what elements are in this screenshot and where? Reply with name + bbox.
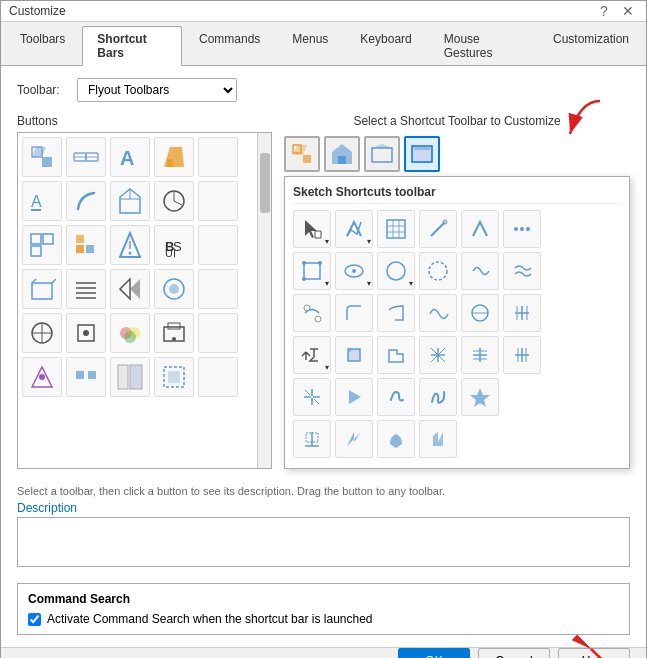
sketch-btn[interactable] bbox=[503, 252, 541, 290]
sketch-btn[interactable] bbox=[335, 336, 373, 374]
sketch-btn[interactable] bbox=[419, 294, 457, 332]
tab-bar: Toolbars Shortcut Bars Commands Menus Ke… bbox=[1, 22, 646, 66]
shortcut-icon-4[interactable] bbox=[404, 136, 440, 172]
svg-line-32 bbox=[52, 279, 56, 283]
svg-rect-17 bbox=[31, 234, 41, 244]
sketch-popup: Sketch Shortcuts toolbar ▾ ▾ bbox=[284, 176, 630, 469]
tab-shortcut-bars[interactable]: Shortcut Bars bbox=[82, 26, 182, 66]
desc-box bbox=[17, 517, 630, 567]
sketch-btn[interactable] bbox=[419, 252, 457, 290]
sketch-btn[interactable] bbox=[335, 294, 373, 332]
sketch-btn[interactable] bbox=[377, 294, 415, 332]
svg-point-91 bbox=[315, 316, 321, 322]
sketch-btn[interactable] bbox=[419, 336, 457, 374]
sketch-btn[interactable] bbox=[461, 210, 499, 248]
list-item[interactable] bbox=[22, 225, 62, 265]
list-item[interactable]: BSUI bbox=[154, 225, 194, 265]
list-item[interactable] bbox=[110, 313, 150, 353]
sketch-btn[interactable] bbox=[335, 420, 373, 458]
list-item[interactable] bbox=[66, 225, 106, 265]
svg-rect-64 bbox=[338, 156, 346, 164]
sketch-btn[interactable] bbox=[503, 336, 541, 374]
sketch-btn[interactable] bbox=[335, 378, 373, 416]
svg-rect-59 bbox=[168, 371, 180, 383]
sketch-btn[interactable]: ▾ bbox=[335, 252, 373, 290]
list-item[interactable] bbox=[66, 181, 106, 221]
scrollbar[interactable] bbox=[257, 133, 271, 468]
list-item[interactable] bbox=[198, 313, 238, 353]
list-item[interactable] bbox=[198, 137, 238, 177]
sketch-btn[interactable] bbox=[461, 378, 499, 416]
list-item[interactable] bbox=[198, 357, 238, 397]
tab-menus[interactable]: Menus bbox=[277, 26, 343, 65]
list-item[interactable]: A bbox=[110, 137, 150, 177]
tab-keyboard[interactable]: Keyboard bbox=[345, 26, 426, 65]
list-item[interactable] bbox=[22, 137, 62, 177]
list-item[interactable] bbox=[198, 225, 238, 265]
sketch-btn[interactable]: ▾ bbox=[377, 252, 415, 290]
list-item[interactable] bbox=[22, 269, 62, 309]
sketch-btn[interactable] bbox=[377, 420, 415, 458]
sketch-btn[interactable] bbox=[503, 210, 541, 248]
shortcut-icon-3[interactable] bbox=[364, 136, 400, 172]
close-button[interactable]: ✕ bbox=[618, 1, 638, 21]
sketch-btn[interactable] bbox=[461, 294, 499, 332]
sketch-btn[interactable] bbox=[293, 420, 331, 458]
svg-marker-125 bbox=[433, 432, 443, 446]
desc-instruction: Select a toolbar, then click a button to… bbox=[17, 485, 630, 497]
sketch-btn[interactable] bbox=[419, 420, 457, 458]
ok-button[interactable]: OK bbox=[398, 648, 470, 658]
list-item[interactable] bbox=[154, 181, 194, 221]
sketch-btn[interactable]: ▾ bbox=[293, 336, 331, 374]
cancel-button[interactable]: Cancel bbox=[478, 648, 550, 658]
sketch-btn[interactable]: ▾ bbox=[293, 252, 331, 290]
sketch-btn[interactable] bbox=[377, 378, 415, 416]
svg-rect-19 bbox=[31, 246, 41, 256]
sketch-btn[interactable] bbox=[293, 294, 331, 332]
toolbar-select[interactable]: Flyout Toolbars Standard Sketch bbox=[77, 78, 237, 102]
tab-customization[interactable]: Customization bbox=[538, 26, 644, 65]
sketch-btn[interactable]: ▾ bbox=[293, 210, 331, 248]
list-item[interactable] bbox=[66, 357, 106, 397]
svg-point-49 bbox=[124, 331, 136, 343]
list-item[interactable] bbox=[66, 269, 106, 309]
shortcut-icon-1[interactable] bbox=[284, 136, 320, 172]
list-item[interactable] bbox=[22, 357, 62, 397]
activate-search-label[interactable]: Activate Command Search when the shortcu… bbox=[47, 612, 373, 626]
list-item[interactable] bbox=[22, 313, 62, 353]
main-area: Buttons A A bbox=[17, 114, 630, 469]
list-item[interactable] bbox=[66, 313, 106, 353]
list-item[interactable] bbox=[154, 357, 194, 397]
list-item[interactable] bbox=[154, 137, 194, 177]
list-item[interactable] bbox=[110, 225, 150, 265]
help-footer-button[interactable]: Help bbox=[558, 648, 630, 658]
tab-toolbars[interactable]: Toolbars bbox=[5, 26, 80, 65]
list-item[interactable]: A bbox=[22, 181, 62, 221]
sketch-btn[interactable] bbox=[377, 210, 415, 248]
list-item[interactable] bbox=[110, 269, 150, 309]
shortcut-icon-2[interactable] bbox=[324, 136, 360, 172]
sketch-btn[interactable]: ▾ bbox=[335, 210, 373, 248]
activate-search-checkbox[interactable] bbox=[28, 613, 41, 626]
sketch-btn[interactable] bbox=[419, 378, 457, 416]
list-item[interactable] bbox=[198, 181, 238, 221]
list-item[interactable] bbox=[66, 137, 106, 177]
tab-mouse-gestures[interactable]: Mouse Gestures bbox=[429, 26, 536, 65]
sketch-btn[interactable] bbox=[293, 378, 331, 416]
command-search-section: Command Search Activate Command Search w… bbox=[17, 583, 630, 635]
sketch-btn[interactable] bbox=[419, 210, 457, 248]
list-item[interactable] bbox=[154, 269, 194, 309]
description-area: Select a toolbar, then click a button to… bbox=[17, 485, 630, 567]
list-item[interactable] bbox=[110, 181, 150, 221]
list-item[interactable] bbox=[110, 357, 150, 397]
sketch-btn[interactable] bbox=[377, 336, 415, 374]
sketch-btn[interactable] bbox=[461, 336, 499, 374]
svg-marker-37 bbox=[120, 279, 130, 299]
help-button[interactable]: ? bbox=[594, 1, 614, 21]
sketch-btn[interactable] bbox=[503, 294, 541, 332]
svg-marker-71 bbox=[315, 231, 321, 238]
tab-commands[interactable]: Commands bbox=[184, 26, 275, 65]
list-item[interactable] bbox=[154, 313, 194, 353]
sketch-btn[interactable] bbox=[461, 252, 499, 290]
list-item[interactable] bbox=[198, 269, 238, 309]
